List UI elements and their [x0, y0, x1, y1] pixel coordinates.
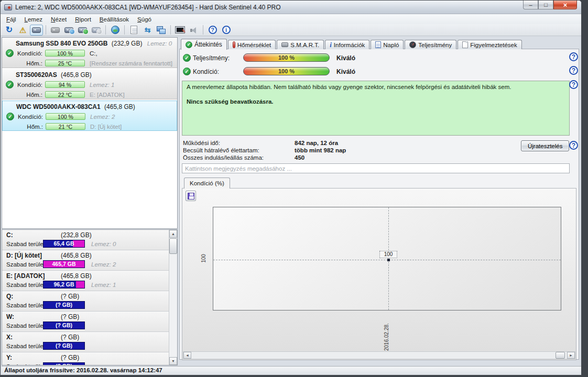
partition-disk-number: Lemez: 1 [91, 282, 116, 288]
menu-help[interactable]: Súgó [133, 15, 156, 24]
menu-settings[interactable]: Beállítások [95, 15, 133, 24]
help-retest-icon[interactable]: ? [569, 141, 578, 150]
disk-list-item-samsung[interactable]: Samsung SSD 840 EVO 250GB (232,9 GB) Lem… [2, 38, 177, 68]
condition-label: Kondíció: [14, 82, 42, 88]
help-performance-icon[interactable]: ? [569, 52, 578, 61]
partition-name: C: [6, 231, 13, 239]
scroll-thumb[interactable] [556, 352, 565, 359]
partition-name: X: [6, 334, 13, 341]
tab-alerts[interactable]: Figyelmeztetések [458, 40, 521, 49]
partition-row-c[interactable]: C: (232,8 GB) Szabad terület 65,4 GB Lem… [2, 230, 169, 250]
temperature-label: Hőm.: [14, 124, 43, 130]
toolbar-separator [203, 25, 203, 35]
help-condition-icon[interactable]: ? [569, 66, 578, 75]
menu-disk[interactable]: Lemez [20, 15, 47, 24]
partition-name: Y: [6, 354, 12, 361]
overview-panel: ✓ Teljesítmény: 100 % Kiváló ✓ Kondíció:… [179, 49, 579, 360]
tab-information[interactable]: iInformációk [325, 40, 369, 49]
refresh-icon[interactable]: ↻ [3, 25, 16, 36]
data-point [387, 259, 390, 261]
condition-label: Kondíció: [14, 50, 42, 57]
menu-report[interactable]: Riport [71, 15, 95, 24]
disk-size: (232,9 GB) [112, 40, 143, 47]
partition-list-scrollbar[interactable]: ▲ ▼ [169, 230, 177, 365]
disk-list-item-seagate[interactable]: ST3500620AS (465,8 GB) ✓ Kondíció: 94 % … [2, 69, 177, 99]
partition-size: (? GB) [61, 293, 79, 300]
menu-view[interactable]: Nézet [47, 15, 71, 24]
free-space-bar: (? GB) [43, 321, 85, 329]
health-status-box: A merevlemez állapota hibátlan. Nem talá… [182, 81, 570, 136]
performance-bar: 100 % [243, 53, 330, 62]
condition-bar: 100 % [46, 113, 85, 120]
scroll-up-button[interactable]: ▲ [169, 230, 177, 238]
tab-performance[interactable]: Teljesítmény [405, 40, 456, 49]
chart-tab-condition[interactable]: Kondíció (%) [184, 178, 230, 188]
performance-label: Teljesítmény: [193, 54, 230, 62]
help-icon[interactable]: ? [206, 25, 219, 36]
status-ok-icon: ✓ [183, 54, 191, 62]
toolbar-separator [105, 25, 106, 35]
partition-row-x[interactable]: X: (? GB) Szabad terület (? GB) [2, 332, 169, 352]
scroll-left-button[interactable]: ◄ [183, 352, 191, 359]
close-button[interactable]: × [553, 1, 577, 9]
report-icon[interactable] [127, 25, 140, 36]
free-space-label: Szabad terület [6, 323, 45, 329]
app-window: Lemez: 2, WDC WD5000AAKX-083CA1 [WD-WMAY… [0, 0, 582, 375]
disk-surface-icon[interactable] [30, 25, 43, 36]
free-space-bar: 65,4 GB [43, 240, 85, 248]
temperature-label: Hőm.: [14, 60, 42, 66]
partition-disk-number: Lemez: 0 [91, 241, 116, 247]
lifetime-label: Becsült hátralévő élettartam: [183, 147, 259, 153]
disk-search-icon[interactable] [90, 25, 103, 36]
globe-disk-icon[interactable] [108, 25, 122, 36]
menu-file[interactable]: Fájl [2, 15, 20, 24]
disk-size: (465,8 GB) [61, 71, 92, 79]
partition-row-d[interactable]: D: [Új kötet] (465,8 GB) Szabad terület … [2, 250, 169, 271]
maximize-button[interactable]: □ [538, 1, 553, 9]
free-space-bar: (? GB) [43, 342, 85, 350]
disk-check-icon[interactable] [76, 25, 89, 36]
tab-log[interactable]: Napló [371, 40, 404, 49]
sync-icon[interactable]: ⇆ [141, 25, 154, 36]
disk-name: ST3500620AS [16, 71, 57, 79]
partition-row-y[interactable]: Y: (? GB) Szabad terület (? GB) [2, 352, 169, 365]
partition-size: (? GB) [61, 334, 79, 341]
alert-icon[interactable]: ⚠ [16, 25, 29, 36]
disk-disabled-icon[interactable] [49, 25, 62, 36]
retest-button[interactable]: Újratesztelés [521, 140, 569, 151]
free-space-label: Szabad terület [6, 241, 45, 247]
monitor-pen-icon[interactable]: ✎ [173, 25, 187, 36]
disk-list-item-wdc-selected[interactable]: WDC WD5000AAKX-083CA1 (465,8 GB) ✓ Kondí… [2, 101, 177, 131]
check-icon: ✓ [186, 41, 192, 48]
save-chart-button[interactable] [186, 191, 196, 201]
disk-list: Samsung SSD 840 EVO 250GB (232,9 GB) Lem… [2, 37, 178, 229]
status-ok-icon: ✓ [6, 113, 14, 120]
disk-clock-icon[interactable] [62, 25, 75, 36]
partition-size: (465,8 GB) [61, 252, 92, 259]
free-space-bar: 465,7 GB [43, 260, 85, 268]
partition-size: (? GB) [61, 354, 79, 361]
tab-smart[interactable]: S.M.A.R.T. [277, 40, 324, 49]
scroll-right-button[interactable]: ► [567, 352, 575, 359]
minimize-button[interactable]: – [523, 1, 538, 9]
chart-scrollbar[interactable]: ◄ ► [183, 351, 575, 359]
log-icon [375, 41, 381, 48]
partition-row-e[interactable]: E: [ADATOK] (465,8 GB) Szabad terület 96… [2, 271, 169, 291]
menu-bar: Fájl Lemez Nézet Riport Beállítások Súgó [1, 14, 581, 24]
scroll-down-button[interactable]: ▼ [169, 357, 177, 365]
data-point-label: 100 [379, 251, 397, 258]
partition-disk-number: Lemez: 2 [91, 261, 116, 268]
info-icon[interactable]: i [220, 25, 233, 36]
comment-input[interactable] [182, 163, 570, 173]
temperature-bar: 21 °C [46, 123, 85, 130]
scroll-thumb[interactable] [169, 238, 177, 254]
help-health-icon[interactable]: ? [569, 80, 578, 89]
network-icon[interactable] [155, 25, 168, 36]
tab-temperature[interactable]: Hőmérséklet [228, 40, 276, 49]
titlebar[interactable]: Lemez: 2, WDC WD5000AAKX-083CA1 [WD-WMAY… [1, 1, 581, 14]
partition-row-q[interactable]: Q: (? GB) Szabad terület (? GB) [2, 291, 169, 312]
condition-bar: 100 % [243, 67, 330, 75]
tab-overview[interactable]: ✓Áttekintés [181, 39, 227, 50]
speaker-icon[interactable] [187, 25, 200, 36]
partition-row-w[interactable]: W: (? GB) Szabad terület (? GB) [2, 312, 169, 332]
